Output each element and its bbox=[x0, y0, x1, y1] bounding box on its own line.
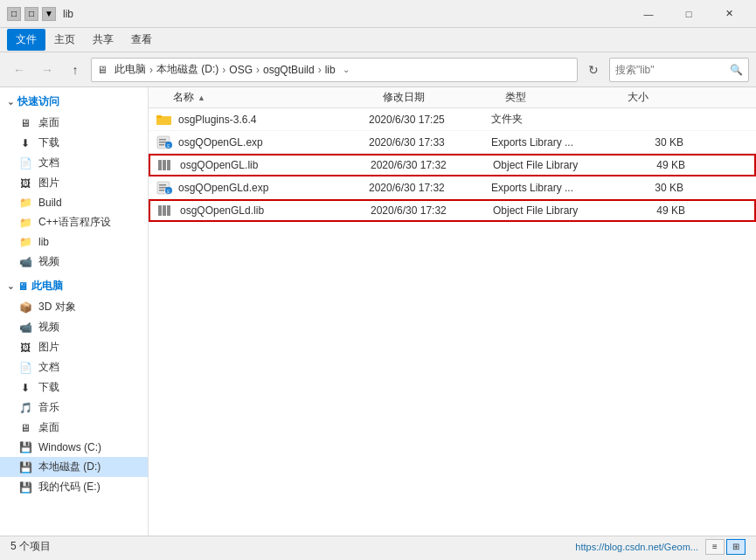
file-name-3: osgQOpenGLd.exp bbox=[178, 182, 369, 194]
address-dropdown-arrow[interactable]: ⌄ bbox=[343, 65, 350, 74]
file-name-2: osgQOpenGL.lib bbox=[180, 159, 371, 171]
music-icon: 🎵 bbox=[17, 401, 33, 415]
file-type-1: Exports Library ... bbox=[491, 136, 614, 149]
sidebar-this-pc-section: ⌄ 🖥 此电脑 📦 3D 对象 📹 视频 🖼 图片 📄 bbox=[0, 275, 148, 497]
title-bar: □ □ ▼ lib — □ ✕ bbox=[0, 0, 756, 28]
up-button[interactable]: ↑ bbox=[63, 58, 87, 82]
sidebar-item-build-label: Build bbox=[38, 197, 62, 209]
table-row[interactable]: osgQOpenGL.lib 2020/6/30 17:32 Object Fi… bbox=[149, 154, 756, 176]
sidebar-item-lib[interactable]: 📁 lib bbox=[0, 232, 148, 252]
close-button[interactable]: ✕ bbox=[709, 0, 749, 28]
minimize-button[interactable]: — bbox=[628, 0, 669, 28]
table-row[interactable]: osgQOpenGLd.lib 2020/6/30 17:32 Object F… bbox=[149, 199, 756, 222]
svg-rect-9 bbox=[158, 160, 162, 170]
sidebar-item-music[interactable]: 🎵 音乐 bbox=[0, 398, 148, 418]
sidebar-item-cpp[interactable]: 📁 C++语言程序设 bbox=[0, 212, 148, 232]
search-input[interactable] bbox=[615, 64, 730, 76]
csdn-link[interactable]: https://blog.csdn.net/Geom... bbox=[575, 542, 698, 552]
menu-home[interactable]: 主页 bbox=[45, 29, 84, 51]
maximize-button[interactable]: □ bbox=[669, 0, 709, 28]
view-detail-button[interactable]: ⊞ bbox=[726, 539, 746, 555]
quick-access-chevron: ⌄ bbox=[7, 97, 14, 107]
sidebar-item-3d[interactable]: 📦 3D 对象 bbox=[0, 297, 148, 317]
sidebar-item-documents[interactable]: 📄 文档 bbox=[0, 153, 148, 173]
view-list-button[interactable]: ≡ bbox=[705, 539, 725, 555]
col-header-size[interactable]: 大小 bbox=[624, 90, 694, 105]
sidebar-item-lib-label: lib bbox=[38, 236, 49, 248]
sidebar-item-desktop[interactable]: 🖥 桌面 bbox=[0, 113, 148, 133]
sidebar-item-download2-label: 下载 bbox=[38, 380, 59, 395]
sidebar-item-documents2[interactable]: 📄 文档 bbox=[0, 357, 148, 377]
sidebar-item-download2[interactable]: ⬇ 下载 bbox=[0, 377, 148, 398]
menu-file[interactable]: 文件 bbox=[7, 29, 45, 51]
menu-share[interactable]: 共享 bbox=[84, 29, 122, 51]
toolbar: ← → ↑ 🖥 此电脑 › 本地磁盘 (D:) › OSG › osgQtBui… bbox=[0, 52, 756, 87]
title-icon-2: □ bbox=[24, 7, 38, 21]
address-sep-2: › bbox=[222, 64, 225, 76]
video2-icon: 📹 bbox=[17, 321, 33, 335]
this-pc-label: 此电脑 bbox=[31, 279, 63, 294]
sidebar-item-pictures2[interactable]: 🖼 图片 bbox=[0, 337, 148, 357]
svg-rect-19 bbox=[163, 205, 166, 216]
file-date-4: 2020/6/30 17:32 bbox=[371, 204, 493, 217]
sidebar-item-download[interactable]: ⬇ 下载 bbox=[0, 133, 148, 153]
address-bar[interactable]: 🖥 此电脑 › 本地磁盘 (D:) › OSG › osgQtBuild › l… bbox=[91, 58, 578, 82]
title-icon-1: □ bbox=[7, 7, 21, 21]
search-container: 🔍 bbox=[609, 58, 749, 82]
sidebar-item-e-drive-label: 我的代码 (E:) bbox=[38, 480, 101, 494]
refresh-button[interactable]: ↻ bbox=[581, 58, 606, 82]
d-drive-icon: 💾 bbox=[17, 460, 33, 474]
sidebar-item-videos[interactable]: 📹 视频 bbox=[0, 252, 148, 272]
window-title: lib bbox=[63, 8, 628, 20]
sidebar-item-d-drive[interactable]: 💾 本地磁盘 (D:) bbox=[0, 457, 148, 477]
file-name-0: osgPlugins-3.6.4 bbox=[178, 114, 369, 126]
table-row[interactable]: E osgQOpenGLd.exp 2020/6/30 17:32 Export… bbox=[149, 176, 756, 199]
file-type-4: Object File Library bbox=[493, 204, 615, 217]
sidebar-item-3d-label: 3D 对象 bbox=[38, 300, 76, 315]
table-row[interactable]: E osgQOpenGL.exp 2020/6/30 17:33 Exports… bbox=[149, 131, 756, 154]
file-size-1: 30 KB bbox=[614, 136, 683, 149]
documents2-icon: 📄 bbox=[17, 361, 33, 375]
address-part-lib: lib bbox=[325, 64, 336, 76]
sidebar-item-build[interactable]: 📁 Build bbox=[0, 193, 148, 212]
sidebar-item-pictures-label: 图片 bbox=[38, 176, 59, 190]
this-pc-icon: 🖥 bbox=[17, 280, 28, 293]
col-header-name[interactable]: 名称 ▲ bbox=[170, 90, 379, 105]
svg-rect-13 bbox=[159, 184, 166, 186]
e-drive-icon: 💾 bbox=[17, 480, 33, 494]
address-part-osg: OSG bbox=[229, 64, 253, 76]
sidebar-item-desktop2[interactable]: 🖥 桌面 bbox=[0, 418, 148, 438]
col-date-label: 修改日期 bbox=[383, 90, 425, 105]
address-part-build: osgQtBuild bbox=[263, 64, 315, 76]
folder-icon bbox=[156, 112, 173, 128]
c-drive-icon: 💾 bbox=[17, 440, 33, 454]
forward-button[interactable]: → bbox=[35, 58, 59, 82]
address-sep-1: › bbox=[149, 64, 153, 76]
sidebar-item-documents-label: 文档 bbox=[38, 156, 59, 170]
file-size-3: 30 KB bbox=[614, 182, 683, 194]
back-button[interactable]: ← bbox=[7, 58, 31, 82]
sidebar-this-pc-header[interactable]: ⌄ 🖥 此电脑 bbox=[0, 275, 148, 297]
sidebar-quick-access-header[interactable]: ⌄ 快速访问 bbox=[0, 91, 148, 113]
col-header-type[interactable]: 类型 bbox=[502, 90, 624, 105]
window-controls: — □ ✕ bbox=[628, 0, 749, 28]
3d-icon: 📦 bbox=[17, 301, 33, 315]
pictures2-icon: 🖼 bbox=[17, 341, 33, 355]
build-folder-icon: 📁 bbox=[17, 196, 33, 210]
svg-rect-6 bbox=[159, 144, 164, 146]
col-header-date[interactable]: 修改日期 bbox=[379, 90, 502, 105]
col-size-label: 大小 bbox=[628, 90, 648, 105]
desktop-icon: 🖥 bbox=[17, 116, 33, 130]
sidebar-item-cpp-label: C++语言程序设 bbox=[38, 215, 111, 230]
table-row[interactable]: osgPlugins-3.6.4 2020/6/30 17:25 文件夹 bbox=[149, 108, 756, 131]
menu-view[interactable]: 查看 bbox=[122, 29, 161, 51]
col-type-label: 类型 bbox=[505, 90, 526, 105]
sidebar-item-pictures[interactable]: 🖼 图片 bbox=[0, 173, 148, 193]
svg-rect-10 bbox=[163, 160, 166, 170]
lib-icon-4 bbox=[157, 203, 175, 218]
sidebar-item-c-drive[interactable]: 💾 Windows (C:) bbox=[0, 438, 148, 457]
sidebar-item-e-drive[interactable]: 💾 我的代码 (E:) bbox=[0, 477, 148, 497]
col-name-label: 名称 bbox=[173, 90, 194, 105]
sidebar-item-video2[interactable]: 📹 视频 bbox=[0, 317, 148, 337]
sidebar-item-documents2-label: 文档 bbox=[38, 360, 59, 375]
